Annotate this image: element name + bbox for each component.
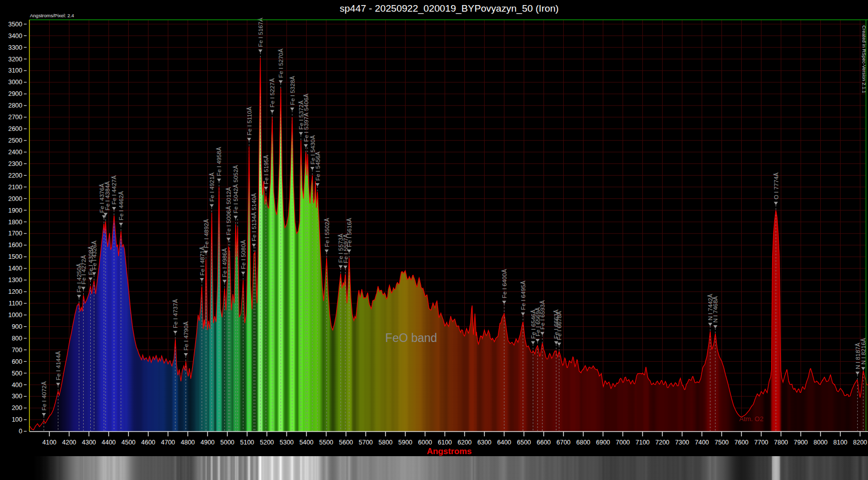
svg-text:2000: 2000 xyxy=(8,195,22,202)
svg-text:4700: 4700 xyxy=(161,439,175,446)
svg-text:4300: 4300 xyxy=(82,439,96,446)
svg-text:Fe I 6678Å: Fe I 6678Å xyxy=(556,311,563,340)
svg-text:4900: 4900 xyxy=(200,439,214,446)
svg-text:3300: 3300 xyxy=(8,44,22,51)
svg-text:Fe I 4462Å: Fe I 4462Å xyxy=(118,191,125,220)
svg-text:Fe I 4384Å: Fe I 4384Å xyxy=(104,181,111,211)
svg-text:900: 900 xyxy=(12,323,22,330)
svg-text:Fe I 5080Å: Fe I 5080Å xyxy=(240,240,247,269)
svg-text:2300: 2300 xyxy=(8,160,22,167)
svg-text:Fe I 4737Å: Fe I 4737Å xyxy=(172,299,179,328)
svg-text:5600: 5600 xyxy=(339,439,353,446)
svg-text:7000: 7000 xyxy=(616,439,630,446)
svg-text:Fe I 5328Å: Fe I 5328Å xyxy=(289,76,296,105)
svg-text:2600: 2600 xyxy=(8,125,22,132)
svg-text:8000: 8000 xyxy=(813,439,827,446)
svg-text:Atm. O2: Atm. O2 xyxy=(739,415,764,423)
svg-text:5300: 5300 xyxy=(279,439,294,446)
svg-text:7900: 7900 xyxy=(793,439,808,446)
svg-text:Fe I 5502Å: Fe I 5502Å xyxy=(323,218,331,247)
svg-text:2700: 2700 xyxy=(8,114,22,121)
svg-text:O I 7774Å: O I 7774Å xyxy=(773,173,780,199)
svg-text:FeO band: FeO band xyxy=(385,331,437,345)
svg-text:2200: 2200 xyxy=(8,172,22,179)
svg-text:6900: 6900 xyxy=(596,439,610,446)
svg-text:Fe I 4921Å: Fe I 4921Å xyxy=(208,173,215,202)
svg-text:Fe I 5397Å 5406Å: Fe I 5397Å 5406Å xyxy=(303,93,310,142)
svg-text:2800: 2800 xyxy=(8,102,22,109)
svg-text:6000: 6000 xyxy=(418,439,432,446)
svg-text:5800: 5800 xyxy=(378,439,392,446)
svg-text:8100: 8100 xyxy=(833,439,847,446)
svg-text:1300: 1300 xyxy=(8,277,22,284)
svg-text:8200: 8200 xyxy=(853,439,867,446)
svg-text:1400: 1400 xyxy=(8,265,22,272)
svg-text:1000: 1000 xyxy=(8,312,22,319)
svg-text:Fe I 5195Å: Fe I 5195Å xyxy=(263,155,270,184)
svg-text:7800: 7800 xyxy=(774,439,788,446)
svg-text:300: 300 xyxy=(12,393,22,400)
svg-text:5700: 5700 xyxy=(358,439,373,446)
svg-text:1900: 1900 xyxy=(8,207,22,214)
svg-text:4800: 4800 xyxy=(180,439,195,446)
svg-text:3200: 3200 xyxy=(8,56,22,63)
svg-text:1600: 1600 xyxy=(8,242,22,249)
svg-text:5900: 5900 xyxy=(398,439,412,446)
svg-text:Angstroms/Pixel: 2.4: Angstroms/Pixel: 2.4 xyxy=(30,13,74,18)
svg-text:Fe I 6400Å: Fe I 6400Å xyxy=(501,269,508,298)
svg-text:Fe I 5227Å: Fe I 5227Å xyxy=(269,78,276,108)
svg-text:N I 7468Å: N I 7468Å xyxy=(712,296,719,323)
svg-text:sp447 - 20250922_020019_BYPovy: sp447 - 20250922_020019_BYPovyazyn_50 (I… xyxy=(340,3,559,14)
svg-text:4600: 4600 xyxy=(141,439,155,446)
svg-text:2100: 2100 xyxy=(8,184,22,191)
svg-text:Fe I 4272Å: Fe I 4272Å xyxy=(80,255,87,285)
svg-text:Fe I 6495Å: Fe I 6495Å xyxy=(520,281,527,310)
svg-text:Fe I 5006Å 5012Å: Fe I 5006Å 5012Å xyxy=(225,187,232,235)
svg-text:6700: 6700 xyxy=(556,439,570,446)
svg-text:600: 600 xyxy=(12,358,22,365)
svg-text:6300: 6300 xyxy=(477,439,491,446)
svg-text:2400: 2400 xyxy=(8,149,22,156)
svg-text:Fe I 5456Å: Fe I 5456Å xyxy=(314,151,321,181)
svg-text:1500: 1500 xyxy=(8,253,22,260)
svg-text:Fe I 6593Å: Fe I 6593Å xyxy=(539,300,546,330)
svg-text:3100: 3100 xyxy=(8,67,22,74)
svg-text:200: 200 xyxy=(12,404,22,412)
svg-text:Created in RSpec-Version 2.1.1: Created in RSpec-Version 2.1.1 xyxy=(861,25,867,93)
svg-text:5000: 5000 xyxy=(220,439,234,446)
svg-text:3500: 3500 xyxy=(8,21,22,28)
svg-text:Fe I 4427Å: Fe I 4427Å xyxy=(111,175,118,204)
svg-text:Fe I 4871Å: Fe I 4871Å xyxy=(199,246,206,276)
svg-text:Fe I 4958Å: Fe I 4958Å xyxy=(216,147,223,176)
svg-text:1700: 1700 xyxy=(8,230,22,237)
svg-text:6800: 6800 xyxy=(576,439,590,446)
svg-text:6200: 6200 xyxy=(457,439,472,446)
svg-text:4400: 4400 xyxy=(101,439,116,446)
svg-text:5400: 5400 xyxy=(299,439,313,446)
svg-text:Fe I 4790Å: Fe I 4790Å xyxy=(183,321,190,351)
svg-text:Fe I 5167Å: Fe I 5167Å xyxy=(257,18,264,47)
svg-text:7600: 7600 xyxy=(734,439,748,446)
svg-text:6600: 6600 xyxy=(536,439,551,446)
svg-text:7700: 7700 xyxy=(754,439,768,446)
svg-text:4200: 4200 xyxy=(62,439,76,446)
svg-text:Angstroms: Angstroms xyxy=(427,447,472,456)
svg-text:7100: 7100 xyxy=(635,439,649,446)
svg-text:Fe I 4144Å: Fe I 4144Å xyxy=(55,351,62,381)
svg-text:100: 100 xyxy=(12,416,22,423)
svg-text:1200: 1200 xyxy=(8,288,22,295)
svg-text:1800: 1800 xyxy=(8,219,22,226)
svg-text:7200: 7200 xyxy=(655,439,669,446)
svg-text:Fe I 5616Å: Fe I 5616Å xyxy=(346,218,353,247)
svg-text:Fe I 4072Å: Fe I 4072Å xyxy=(41,381,48,410)
svg-text:2900: 2900 xyxy=(8,90,22,97)
svg-text:5100: 5100 xyxy=(240,439,254,446)
svg-text:2500: 2500 xyxy=(8,137,22,144)
svg-text:4500: 4500 xyxy=(121,439,135,446)
svg-text:7400: 7400 xyxy=(695,439,709,446)
svg-text:700: 700 xyxy=(12,347,22,354)
svg-text:6100: 6100 xyxy=(438,439,452,446)
svg-text:3400: 3400 xyxy=(8,32,22,40)
svg-text:5200: 5200 xyxy=(260,439,274,446)
svg-text:6400: 6400 xyxy=(497,439,511,446)
